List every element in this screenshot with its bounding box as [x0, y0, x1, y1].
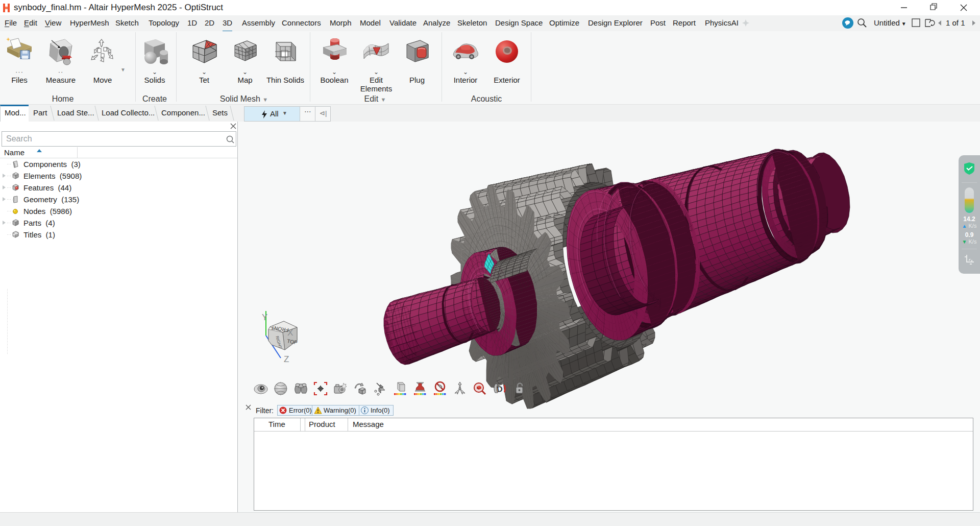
svg-text:D: D [496, 385, 503, 394]
